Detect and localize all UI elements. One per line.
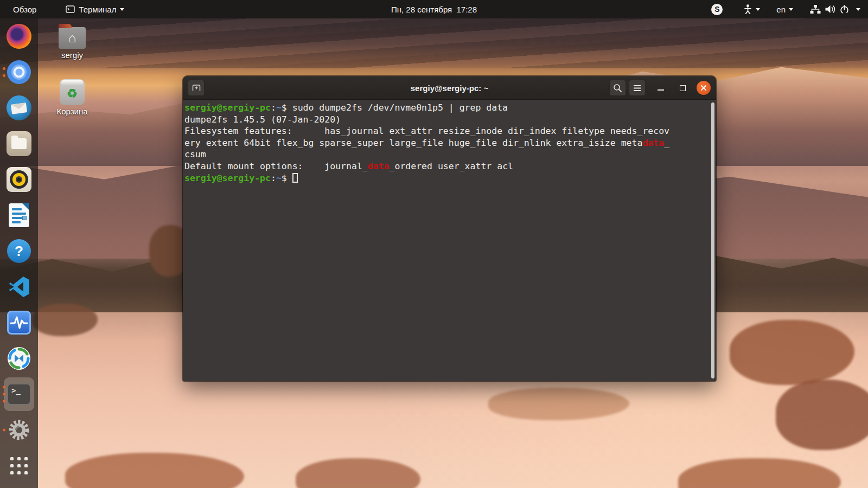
desktop-icon-trash[interactable]: ♻ Корзина [48,79,97,116]
dock-item-app-grid[interactable] [0,448,38,484]
wallpaper-tree [296,458,420,488]
maximize-icon [680,85,686,91]
chromium-icon [7,60,31,85]
activities-button[interactable]: Обзор [10,4,40,15]
maximize-button[interactable] [674,80,691,96]
rhythmbox-icon [7,167,31,192]
dock-item-rhythmbox[interactable] [0,162,38,197]
chevron-down-icon [789,8,793,13]
terminal-output: sergiy@sergiy-pc:~$ sudo dumpe2fs /dev/n… [184,102,706,184]
gear-icon [7,418,31,442]
skype-tray-icon[interactable]: S [711,4,723,15]
dock-item-system-monitor[interactable] [0,305,38,341]
network-wired-icon [809,4,821,15]
firefox-icon [7,24,31,49]
trash-icon: ♻ [60,79,85,105]
thunderbird-icon [7,95,31,120]
terminal-content[interactable]: sergiy@sergiy-pc:~$ sudo dumpe2fs /dev/n… [183,100,716,381]
keyboard-layout-menu[interactable]: en [776,5,793,14]
wallpaper-tree [678,458,841,488]
terminal-line: ery extent 64bit flex_bg sparse_super la… [184,137,706,149]
terminal-line: sergiy@sergiy-pc:~$ sudo dumpe2fs /dev/n… [184,102,706,114]
keyboard-layout-label: en [776,5,786,14]
dock-item-chromium[interactable] [0,54,38,90]
running-indicator-dots [3,67,5,77]
wallpaper-tree [65,453,244,488]
new-tab-icon [191,83,202,93]
wallpaper-tree [730,320,854,385]
running-indicator-dots [3,386,5,403]
search-icon [613,84,622,93]
chevron-down-icon [120,8,124,13]
new-tab-button[interactable] [188,80,205,96]
accessibility-icon [743,4,752,14]
desktop-icon-home[interactable]: ⌂ sergiy [48,23,97,60]
dock-item-libreoffice-writer[interactable] [0,197,38,233]
terminal-line: sergiy@sergiy-pc:~$ [184,172,706,184]
top-bar: Обзор Терминал Пн, 28 сентября 17:28 S e… [0,0,868,18]
wallpaper-tree [776,380,868,450]
dock-item-terminal[interactable]: >_ [0,376,38,412]
app-grid-icon [10,457,28,474]
dock-item-firefox[interactable] [0,18,38,54]
dock-item-vscode[interactable] [0,269,38,305]
dock-item-files[interactable] [0,126,38,162]
app-menu-button[interactable]: Терминал [62,4,127,15]
terminal-icon [66,5,75,13]
terminal-line: dumpe2fs 1.45.5 (07-Jan-2020) [184,114,706,126]
vscode-icon [7,275,31,299]
window-titlebar[interactable]: sergiy@sergiy-pc: ~ [183,76,716,100]
hamburger-icon [633,85,641,92]
terminal-window: sergiy@sergiy-pc: ~ sergiy@ser [183,76,716,381]
terminal-line: csum [184,149,706,160]
close-button[interactable] [697,81,711,95]
home-folder-icon: ⌂ [59,27,86,49]
chevron-down-icon [856,8,860,13]
dock-item-remmina[interactable] [0,341,38,376]
power-icon [839,4,850,15]
wallpaper-tree [488,388,629,420]
system-monitor-icon [7,311,31,335]
system-status-menu[interactable] [809,4,860,15]
dock: ? [0,18,38,488]
terminal-line: Default mount options: journal_data_orde… [184,160,706,172]
desktop-icon-label: Корзина [48,107,97,116]
scrollbar[interactable] [711,102,714,378]
close-icon [700,85,707,91]
terminal-line: Filesystem features: has_journal ext_att… [184,125,706,137]
desktop: Обзор Терминал Пн, 28 сентября 17:28 S e… [0,0,868,488]
remmina-icon [7,346,31,370]
accessibility-menu[interactable] [743,4,760,14]
wallpaper-tree [33,304,98,336]
files-icon [7,131,31,156]
chevron-down-icon [756,8,760,13]
minimize-button[interactable] [653,80,669,96]
help-icon: ? [7,239,31,263]
running-indicator-dots [3,429,5,432]
desktop-icon-label: sergiy [48,50,97,60]
minimize-icon [658,89,664,91]
volume-icon [825,4,836,14]
system-tray: S en [711,4,868,15]
search-button[interactable] [609,80,626,96]
app-menu-label: Терминал [79,5,116,14]
terminal-app-icon: >_ [7,383,31,405]
menu-button[interactable] [629,80,646,96]
dock-item-help[interactable]: ? [0,233,38,269]
dock-item-settings[interactable] [0,412,38,448]
dock-item-thunderbird[interactable] [0,90,38,126]
libreoffice-writer-icon [9,203,29,227]
